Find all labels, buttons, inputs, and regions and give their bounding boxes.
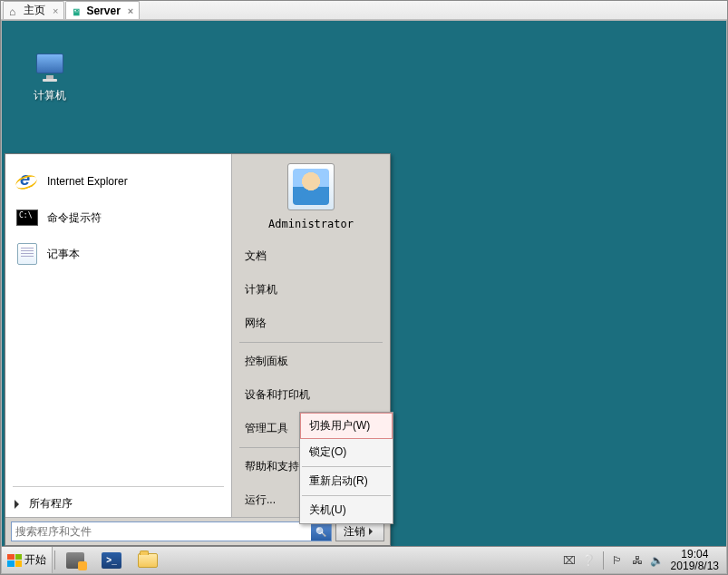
start-button-label: 开始 — [24, 552, 46, 568]
search-box — [11, 521, 332, 541]
pinned-powershell[interactable]: >_ — [93, 548, 130, 573]
divider — [603, 551, 604, 570]
server-icon — [72, 5, 83, 16]
tray-volume-icon[interactable]: 🔈 — [649, 552, 665, 569]
app-label: 记事本 — [47, 247, 80, 262]
all-programs-label: 所有程序 — [29, 496, 73, 512]
user-name-label: Administrator — [232, 214, 390, 239]
clock-date: 2019/8/13 — [671, 560, 719, 572]
start-menu-left-pane: Internet Explorer C:\ 命令提示符 记事本 所有程序 — [5, 154, 232, 517]
right-item-label: 运行... — [245, 493, 276, 506]
tray-network-icon[interactable]: 🖧 — [629, 552, 645, 569]
right-item-network[interactable]: 网络 — [232, 307, 390, 340]
search-button[interactable] — [311, 522, 331, 541]
logoff-label: 注销 — [344, 524, 365, 540]
taskbar-clock[interactable]: 19:04 2019/8/13 — [669, 548, 724, 572]
submenu-label: 关机(U) — [309, 503, 346, 516]
submenu-label: 锁定(O) — [309, 445, 346, 458]
user-avatar[interactable] — [287, 163, 335, 210]
submenu-restart[interactable]: 重新启动(R) — [300, 468, 393, 494]
arrow-right-icon — [369, 528, 376, 535]
divider — [13, 486, 224, 487]
right-item-computer[interactable]: 计算机 — [232, 273, 390, 307]
cmd-icon: C:\ — [15, 205, 40, 230]
submenu-lock[interactable]: 锁定(O) — [300, 439, 393, 465]
divider — [54, 551, 55, 570]
pinned-explorer[interactable] — [130, 548, 166, 573]
right-item-label: 文档 — [245, 249, 267, 262]
tab-home-close-icon[interactable]: × — [53, 5, 58, 16]
windows-logo-icon — [7, 554, 22, 567]
tray-action-center-icon[interactable]: 🏳 — [609, 552, 626, 569]
divider — [302, 466, 391, 467]
pinned-apps: >_ — [57, 547, 166, 573]
shutdown-submenu: 切换用户(W) 锁定(O) 重新启动(R) 关机(U) — [299, 412, 393, 524]
start-menu: Internet Explorer C:\ 命令提示符 记事本 所有程序 — [5, 153, 391, 546]
app-item-cmd[interactable]: C:\ 命令提示符 — [5, 200, 231, 236]
app-label: Internet Explorer — [47, 175, 128, 188]
right-item-label: 网络 — [245, 317, 267, 329]
tab-home-label: 主页 — [24, 3, 45, 18]
all-programs-button[interactable]: 所有程序 — [5, 491, 231, 517]
search-input[interactable] — [12, 522, 311, 541]
submenu-label: 重新启动(R) — [309, 474, 368, 487]
right-item-label: 计算机 — [245, 283, 277, 296]
app-item-ie[interactable]: Internet Explorer — [5, 163, 231, 200]
taskbar: 开始 >_ ⌧ ❔ 🏳 🖧 🔈 19:04 2019/8/13 — [2, 546, 726, 573]
right-item-label: 设备和打印机 — [245, 388, 310, 401]
system-tray: ⌧ ❔ 🏳 🖧 🔈 19:04 2019/8/13 — [559, 547, 726, 573]
tab-server-close-icon[interactable]: × — [128, 5, 133, 16]
home-icon — [9, 5, 20, 16]
tab-home[interactable]: 主页 × — [3, 1, 64, 19]
desktop-icon-computer[interactable]: 计算机 — [18, 54, 82, 103]
tray-help-icon[interactable]: ❔ — [581, 552, 597, 569]
powershell-icon: >_ — [102, 552, 121, 569]
ie-icon — [15, 169, 40, 194]
right-item-label: 管理工具 — [245, 422, 288, 434]
right-item-label: 帮助和支持 — [245, 460, 299, 473]
submenu-label: 切换用户(W) — [309, 419, 370, 432]
notepad-icon — [15, 241, 40, 267]
app-label: 命令提示符 — [47, 210, 102, 226]
tray-disk-icon[interactable]: ⌧ — [561, 552, 578, 569]
server-manager-icon — [66, 552, 84, 569]
tab-server[interactable]: Server × — [65, 1, 140, 19]
divider — [302, 495, 391, 496]
explorer-icon — [138, 553, 158, 568]
right-item-control-panel[interactable]: 控制面板 — [232, 345, 390, 378]
divider — [239, 342, 383, 343]
start-button[interactable]: 开始 — [2, 547, 53, 573]
submenu-switch-user[interactable]: 切换用户(W) — [300, 413, 393, 439]
app-item-notepad[interactable]: 记事本 — [5, 236, 231, 272]
right-item-documents[interactable]: 文档 — [232, 239, 390, 273]
remote-desktop-area: 计算机 Internet Explorer C:\ 命令提示符 记事本 — [1, 20, 727, 574]
pinned-server-manager[interactable] — [57, 548, 93, 573]
submenu-shutdown[interactable]: 关机(U) — [300, 497, 393, 523]
right-item-devices[interactable]: 设备和打印机 — [232, 378, 390, 412]
right-item-label: 控制面板 — [245, 355, 288, 367]
browser-tab-strip: 主页 × Server × — [0, 0, 728, 20]
tab-server-label: Server — [86, 5, 120, 17]
logoff-button[interactable]: 注销 — [335, 521, 384, 541]
arrow-right-icon — [15, 500, 24, 509]
desktop-icon-label: 计算机 — [18, 88, 82, 103]
computer-icon — [34, 54, 66, 84]
